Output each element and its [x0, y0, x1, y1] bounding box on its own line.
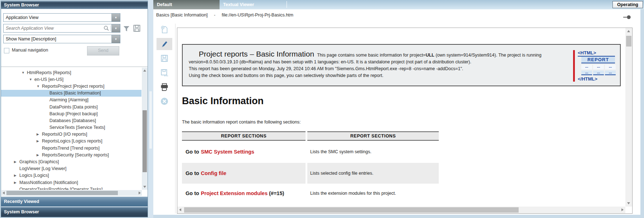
tree-item[interactable]: DataPoints [Data points]	[1, 103, 141, 110]
tree-item[interactable]: Backup [Project backup]	[1, 110, 141, 117]
view-selector-value: Application View	[4, 14, 111, 21]
splitter-grip[interactable]	[149, 91, 152, 149]
tree-item[interactable]: ▶MassNotification [Notification]	[1, 179, 141, 186]
scrollbar-thumb[interactable]	[6, 191, 118, 195]
scroll-down-icon[interactable]	[627, 202, 630, 204]
edit-pen-button[interactable]	[157, 38, 172, 50]
manual-navigation-label: Manual navigation	[12, 48, 48, 53]
manual-navigation-checkbox[interactable]	[4, 48, 9, 53]
tree-item[interactable]: OperatorTasksRootNode [Operator Tasks]	[1, 186, 141, 190]
divider	[1, 67, 148, 67]
scrollbar-thumb[interactable]	[143, 110, 147, 172]
tree-item[interactable]: Alarming [Alarming]	[1, 97, 141, 103]
tab-textual-viewer[interactable]: Textual Viewer	[220, 0, 287, 9]
tree-item-label: Backup [Project backup]	[49, 111, 98, 116]
tree-item[interactable]: LogViewer [Log Viewer]	[1, 165, 141, 172]
chevron-right-icon[interactable]: ▶	[37, 132, 42, 136]
tree-item[interactable]: ▶ReportsLogics [Logics reports]	[1, 138, 141, 145]
chevron-right-icon[interactable]: ▶	[14, 174, 19, 177]
pin-icon[interactable]	[623, 15, 631, 19]
table-header-cell: REPORT SECTIONS	[307, 131, 439, 141]
logo-red-bar	[573, 50, 575, 82]
search-icon[interactable]	[103, 24, 110, 32]
scroll-down-icon[interactable]	[143, 186, 146, 188]
scrollbar-thumb[interactable]	[626, 36, 631, 47]
breadcrumb: Basics [Basic Information] - file://en-U…	[156, 13, 293, 18]
breadcrumb-object[interactable]: Basics [Basic Information]	[156, 13, 208, 18]
tree-item-label: Graphics [Graphics]	[19, 159, 59, 164]
html-report-frame: <HTML> REPORT .................. </HTML>…	[177, 28, 633, 214]
tree-item[interactable]: ▼HtmlReports [Reports]	[1, 69, 141, 76]
tree-item[interactable]: ▼en-US [en-US]	[1, 76, 141, 83]
chevron-down-icon[interactable]: ▼	[29, 78, 34, 81]
logo-grid-cell: ...	[605, 65, 616, 69]
save-button[interactable]	[157, 52, 172, 64]
scroll-left-icon[interactable]	[3, 192, 5, 194]
chevron-down-icon[interactable]: ▼	[111, 24, 120, 32]
chevron-down-icon[interactable]: ▼	[37, 84, 42, 88]
display-mode-dropdown[interactable]: Show Name [Description] ▼	[3, 35, 120, 43]
recently-viewed-bar[interactable]: Recently Viewed	[1, 197, 148, 207]
search-input[interactable]	[4, 24, 103, 32]
viewer-content: Basics [Basic Information] - file://en-U…	[153, 9, 640, 215]
panel-splitter[interactable]	[148, 0, 153, 218]
search-box: ▼	[3, 24, 120, 33]
scroll-right-icon[interactable]	[139, 192, 141, 194]
system-browser-bottom-bar[interactable]: System Browser	[1, 207, 148, 217]
logo-open-tag: <HTML>	[578, 50, 615, 57]
tree-item[interactable]: Basics [Basic Information]	[1, 90, 141, 97]
tree-item[interactable]: ▶Graphics [Graphics]	[1, 158, 141, 165]
chevron-down-icon[interactable]: ▼	[111, 14, 120, 21]
display-mode-value: Show Name [Description]	[4, 35, 111, 43]
tree-item[interactable]: ▶ReportsSecurity [Security reports]	[1, 151, 141, 158]
chevron-down-icon[interactable]: ▼	[21, 71, 27, 74]
report-horizontal-scrollbar[interactable]	[177, 207, 625, 213]
logo-grid-cell: ...	[581, 65, 592, 69]
operating-mode-button[interactable]: Operating	[612, 1, 643, 8]
chevron-right-icon[interactable]: ▶	[37, 139, 42, 143]
chevron-right-icon[interactable]: ▶	[14, 181, 19, 184]
tree-item[interactable]: ▶ReportsIO [I/O reports]	[1, 131, 141, 138]
print-button[interactable]	[157, 81, 172, 93]
tree-item[interactable]: ▼ReportsProject [Project reports]	[1, 83, 141, 89]
save-search-icon[interactable]	[132, 24, 141, 33]
chevron-right-icon[interactable]: ▶	[14, 160, 19, 164]
header-seg1: This page contains some basic informatio…	[317, 53, 426, 58]
logo-grid-cell: ...	[593, 65, 604, 69]
go-to-label: Go to	[186, 170, 199, 176]
go-to-label: Go to	[186, 149, 199, 155]
tree-item[interactable]: ▶Logics [Logics]	[1, 172, 141, 179]
tree-item-label: Databases [Databases]	[49, 118, 96, 123]
tree-vertical-scrollbar[interactable]	[142, 68, 148, 190]
tab-default[interactable]: Default	[153, 0, 220, 9]
filter-icon[interactable]	[122, 25, 131, 33]
tree-item[interactable]: ServiceTexts [Service Texts]	[1, 124, 141, 131]
scrollbar-thumb[interactable]	[184, 207, 519, 213]
chevron-right-icon[interactable]: ▶	[37, 153, 42, 157]
view-selector-dropdown[interactable]: Application View ▼	[3, 13, 120, 22]
send-button[interactable]: Send	[87, 46, 119, 55]
system-browser-panel: System Browser Application View ▼ ▼ Show…	[1, 1, 148, 217]
chevron-down-icon[interactable]: ▼	[111, 35, 120, 43]
divider	[287, 1, 287, 8]
section-link[interactable]: Project Extension modules	[201, 190, 268, 196]
tree-item[interactable]: ReportsTrend [Trend reports]	[1, 145, 141, 151]
new-document-button[interactable]	[157, 24, 172, 36]
section-link[interactable]: SMC System Settings	[201, 149, 254, 155]
scroll-right-icon[interactable]	[621, 208, 624, 211]
tree-item[interactable]: Databases [Databases]	[1, 117, 141, 124]
report-vertical-scrollbar[interactable]	[625, 28, 632, 207]
scroll-up-icon[interactable]	[143, 69, 146, 72]
breadcrumb-file-path: file://en-US\Rprt-Proj-Prj-Basics.htm	[222, 13, 293, 18]
table-header-cell: REPORT SECTIONS	[182, 131, 306, 141]
scroll-left-icon[interactable]	[179, 208, 181, 211]
section-intro: The basic information report contains th…	[182, 120, 625, 125]
tree-item-label: HtmlReports [Reports]	[27, 70, 71, 75]
close-report-button[interactable]	[157, 95, 172, 107]
html-report-logo: <HTML> REPORT .................. </HTML>	[573, 50, 615, 82]
report-toolbar	[153, 24, 175, 110]
scroll-up-icon[interactable]	[627, 30, 630, 32]
section-link[interactable]: Config file	[201, 170, 226, 176]
save-as-button[interactable]	[157, 67, 172, 79]
tree-horizontal-scrollbar[interactable]	[1, 190, 142, 196]
